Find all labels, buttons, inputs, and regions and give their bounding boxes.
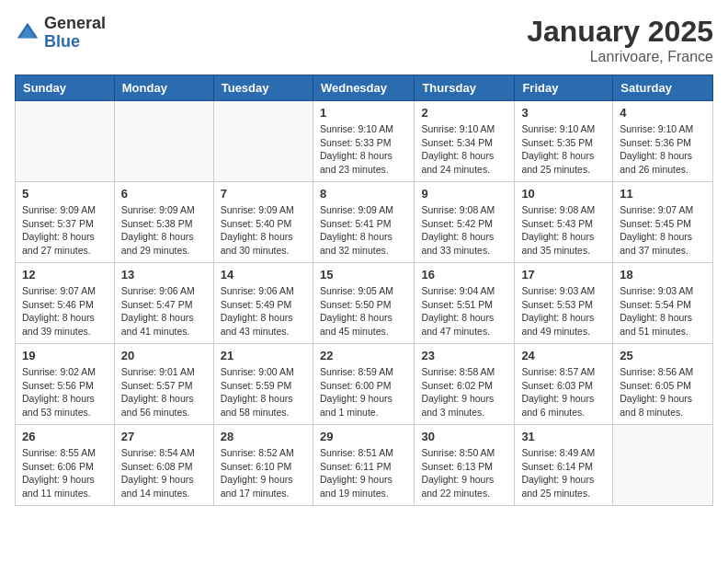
cell-1-6: 3Sunrise: 9:10 AMSunset: 5:35 PMDaylight… — [515, 101, 613, 182]
cell-content: Sunrise: 9:08 AMSunset: 5:43 PMDaylight:… — [521, 203, 606, 258]
cell-content: Sunrise: 8:57 AMSunset: 6:03 PMDaylight:… — [521, 365, 606, 419]
day-number: 9 — [421, 187, 507, 201]
cell-content: Sunrise: 9:05 AMSunset: 5:50 PMDaylight:… — [320, 284, 407, 339]
cell-content: Sunrise: 9:06 AMSunset: 5:47 PMDaylight:… — [121, 284, 207, 339]
cell-5-2: 27Sunrise: 8:54 AMSunset: 6:08 PMDayligh… — [114, 425, 213, 506]
day-number: 11 — [620, 187, 706, 201]
day-number: 17 — [521, 268, 606, 282]
cell-content: Sunrise: 9:10 AMSunset: 5:34 PMDaylight:… — [421, 122, 507, 177]
cell-content: Sunrise: 9:08 AMSunset: 5:42 PMDaylight:… — [421, 203, 507, 258]
cell-3-2: 13Sunrise: 9:06 AMSunset: 5:47 PMDayligh… — [114, 263, 213, 344]
day-number: 2 — [421, 106, 507, 120]
cell-content: Sunrise: 9:09 AMSunset: 5:37 PMDaylight:… — [22, 203, 108, 258]
cell-5-5: 30Sunrise: 8:50 AMSunset: 6:13 PMDayligh… — [415, 425, 515, 506]
cell-content: Sunrise: 9:10 AMSunset: 5:36 PMDaylight:… — [620, 122, 706, 177]
cell-1-3 — [213, 101, 313, 182]
day-number: 31 — [521, 430, 606, 443]
day-number: 27 — [121, 430, 207, 443]
cell-content: Sunrise: 9:10 AMSunset: 5:33 PMDaylight:… — [320, 122, 407, 177]
month-title: January 2025 — [527, 15, 713, 49]
cell-content: Sunrise: 9:07 AMSunset: 5:46 PMDaylight:… — [22, 284, 108, 339]
cell-2-6: 10Sunrise: 9:08 AMSunset: 5:43 PMDayligh… — [515, 182, 613, 263]
cell-content: Sunrise: 8:54 AMSunset: 6:08 PMDaylight:… — [121, 446, 207, 500]
title-block: January 2025 Lanrivoare, France — [527, 15, 713, 65]
header-monday: Monday — [114, 75, 213, 101]
cell-content: Sunrise: 9:00 AMSunset: 5:59 PMDaylight:… — [221, 365, 306, 419]
cell-content: Sunrise: 9:03 AMSunset: 5:53 PMDaylight:… — [521, 284, 606, 339]
cell-1-2 — [114, 101, 213, 182]
logo: General Blue — [15, 15, 106, 52]
cell-5-1: 26Sunrise: 8:55 AMSunset: 6:06 PMDayligh… — [16, 425, 115, 506]
header-friday: Friday — [515, 75, 613, 101]
day-number: 21 — [221, 349, 306, 362]
cell-3-7: 18Sunrise: 9:03 AMSunset: 5:54 PMDayligh… — [613, 263, 713, 344]
location-title: Lanrivoare, France — [527, 49, 713, 65]
week-row-4: 19Sunrise: 9:02 AMSunset: 5:56 PMDayligh… — [16, 344, 713, 425]
cell-content: Sunrise: 8:56 AMSunset: 6:05 PMDaylight:… — [620, 365, 706, 419]
day-number: 7 — [221, 187, 306, 201]
day-number: 28 — [221, 430, 306, 443]
cell-4-6: 24Sunrise: 8:57 AMSunset: 6:03 PMDayligh… — [515, 344, 613, 425]
calendar-table: Sunday Monday Tuesday Wednesday Thursday… — [15, 75, 713, 506]
day-number: 5 — [22, 187, 108, 201]
cell-4-1: 19Sunrise: 9:02 AMSunset: 5:56 PMDayligh… — [16, 344, 115, 425]
day-number: 13 — [121, 268, 207, 282]
day-number: 4 — [620, 106, 706, 120]
day-number: 29 — [320, 430, 407, 443]
week-row-3: 12Sunrise: 9:07 AMSunset: 5:46 PMDayligh… — [16, 263, 713, 344]
cell-content: Sunrise: 9:09 AMSunset: 5:40 PMDaylight:… — [221, 203, 306, 258]
cell-3-1: 12Sunrise: 9:07 AMSunset: 5:46 PMDayligh… — [16, 263, 115, 344]
day-number: 10 — [521, 187, 606, 201]
cell-3-5: 16Sunrise: 9:04 AMSunset: 5:51 PMDayligh… — [415, 263, 515, 344]
day-number: 26 — [22, 430, 108, 443]
cell-1-5: 2Sunrise: 9:10 AMSunset: 5:34 PMDaylight… — [415, 101, 515, 182]
cell-content: Sunrise: 8:52 AMSunset: 6:10 PMDaylight:… — [221, 446, 306, 500]
day-number: 22 — [320, 349, 407, 362]
cell-content: Sunrise: 8:58 AMSunset: 6:02 PMDaylight:… — [421, 365, 507, 419]
cell-2-2: 6Sunrise: 9:09 AMSunset: 5:38 PMDaylight… — [114, 182, 213, 263]
logo-icon — [15, 20, 40, 46]
day-number: 14 — [221, 268, 306, 282]
page-header: General Blue January 2025 Lanrivoare, Fr… — [15, 15, 713, 65]
cell-4-3: 21Sunrise: 9:00 AMSunset: 5:59 PMDayligh… — [213, 344, 313, 425]
cell-content: Sunrise: 9:09 AMSunset: 5:41 PMDaylight:… — [320, 203, 407, 258]
logo-blue: Blue — [44, 33, 106, 52]
day-number: 6 — [121, 187, 207, 201]
cell-3-6: 17Sunrise: 9:03 AMSunset: 5:53 PMDayligh… — [515, 263, 613, 344]
cell-content: Sunrise: 9:03 AMSunset: 5:54 PMDaylight:… — [620, 284, 706, 339]
cell-4-5: 23Sunrise: 8:58 AMSunset: 6:02 PMDayligh… — [415, 344, 515, 425]
cell-content: Sunrise: 9:10 AMSunset: 5:35 PMDaylight:… — [521, 122, 606, 177]
cell-content: Sunrise: 9:02 AMSunset: 5:56 PMDaylight:… — [22, 365, 108, 419]
day-number: 12 — [22, 268, 108, 282]
cell-content: Sunrise: 9:07 AMSunset: 5:45 PMDaylight:… — [620, 203, 706, 258]
cell-content: Sunrise: 8:50 AMSunset: 6:13 PMDaylight:… — [421, 446, 507, 500]
week-row-5: 26Sunrise: 8:55 AMSunset: 6:06 PMDayligh… — [16, 425, 713, 506]
day-number: 16 — [421, 268, 507, 282]
cell-content: Sunrise: 8:49 AMSunset: 6:14 PMDaylight:… — [521, 446, 606, 500]
day-number: 1 — [320, 106, 407, 120]
cell-5-6: 31Sunrise: 8:49 AMSunset: 6:14 PMDayligh… — [515, 425, 613, 506]
day-number: 18 — [620, 268, 706, 282]
logo-text: General Blue — [44, 15, 106, 52]
cell-2-4: 8Sunrise: 9:09 AMSunset: 5:41 PMDaylight… — [313, 182, 414, 263]
day-number: 8 — [320, 187, 407, 201]
cell-2-3: 7Sunrise: 9:09 AMSunset: 5:40 PMDaylight… — [213, 182, 313, 263]
day-number: 24 — [521, 349, 606, 362]
cell-5-7 — [613, 425, 713, 506]
cell-3-3: 14Sunrise: 9:06 AMSunset: 5:49 PMDayligh… — [213, 263, 313, 344]
cell-2-1: 5Sunrise: 9:09 AMSunset: 5:37 PMDaylight… — [16, 182, 115, 263]
cell-5-4: 29Sunrise: 8:51 AMSunset: 6:11 PMDayligh… — [313, 425, 414, 506]
day-number: 15 — [320, 268, 407, 282]
day-number: 19 — [22, 349, 108, 362]
cell-5-3: 28Sunrise: 8:52 AMSunset: 6:10 PMDayligh… — [213, 425, 313, 506]
cell-4-7: 25Sunrise: 8:56 AMSunset: 6:05 PMDayligh… — [613, 344, 713, 425]
cell-content: Sunrise: 9:01 AMSunset: 5:57 PMDaylight:… — [121, 365, 207, 419]
week-row-2: 5Sunrise: 9:09 AMSunset: 5:37 PMDaylight… — [16, 182, 713, 263]
cell-content: Sunrise: 8:59 AMSunset: 6:00 PMDaylight:… — [320, 365, 407, 419]
header-sunday: Sunday — [16, 75, 115, 101]
week-row-1: 1Sunrise: 9:10 AMSunset: 5:33 PMDaylight… — [16, 101, 713, 182]
cell-2-7: 11Sunrise: 9:07 AMSunset: 5:45 PMDayligh… — [613, 182, 713, 263]
day-number: 23 — [421, 349, 507, 362]
header-thursday: Thursday — [415, 75, 515, 101]
day-number: 25 — [620, 349, 706, 362]
